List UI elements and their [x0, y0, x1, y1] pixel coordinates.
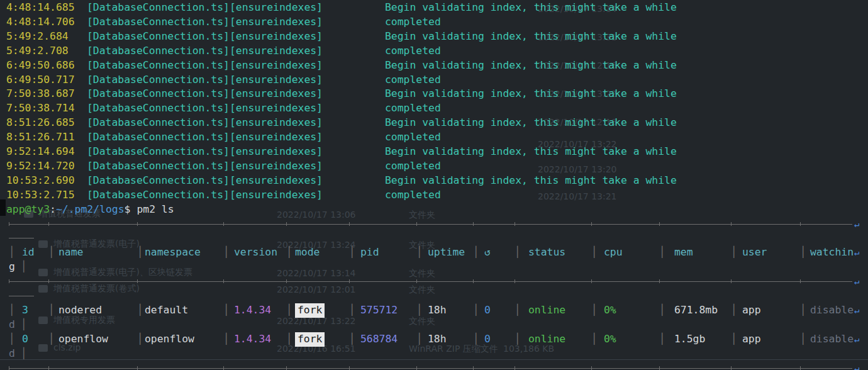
table-border-pipe: │: [48, 303, 55, 318]
table-cell-user: app: [742, 303, 761, 318]
log-timestamp: 7:50:38.714: [6, 101, 75, 116]
log-timestamp: 4:48:14.685: [6, 1, 75, 15]
table-cell-cpu: 0%: [604, 332, 616, 347]
log-timestamp: 6:49:50.686: [6, 59, 75, 73]
log-message: completed: [385, 15, 441, 30]
table-header-cpu: cpu: [604, 245, 623, 260]
table-border-pipe: │: [223, 303, 230, 318]
prompt-line: app@ty3:~/.pm2/logs$pm2 ls: [0, 203, 868, 217]
table-border-line: ↵: [0, 361, 868, 370]
table-border-pipe: │: [9, 303, 15, 318]
table-border-pipe: │: [223, 245, 230, 260]
log-line: 5:49:2.708[DatabaseConnection.ts][ensure…: [0, 44, 868, 59]
table-header-uptime: uptime: [428, 245, 465, 260]
table-cell-id: 0: [22, 332, 28, 347]
table-cell-mode: fork: [295, 332, 325, 347]
log-message: completed: [385, 73, 441, 87]
log-line: 4:48:14.706[DatabaseConnection.ts][ensur…: [0, 15, 868, 30]
table-cell-cpu: 0%: [604, 303, 616, 318]
table-border-pipe: │: [21, 318, 27, 332]
table-wrap-line: g│: [0, 260, 868, 274]
log-tag: [DatabaseConnection.ts][ensureindexes]: [87, 44, 323, 59]
table-border-pipe: │: [286, 245, 292, 260]
table-border-pipe: │: [9, 245, 15, 260]
log-line: 6:49:50.686[DatabaseConnection.ts][ensur…: [0, 59, 868, 73]
log-tag: [DatabaseConnection.ts][ensureindexes]: [87, 159, 323, 174]
table-border-pipe: │: [21, 260, 27, 274]
log-message: Begin validating index, this might take …: [385, 116, 677, 130]
log-line: 10:53:2.715[DatabaseConnection.ts][ensur…: [0, 188, 868, 203]
table-border-pipe: │: [731, 332, 737, 347]
table-border-line: ↵: [0, 274, 868, 289]
log-timestamp: 5:49:2.708: [6, 44, 69, 59]
table-border-pipe: │: [659, 303, 665, 318]
table-border-pipe: │: [349, 245, 355, 260]
table-border-pipe: │: [515, 245, 521, 260]
table-cell-restarts: 0: [484, 332, 491, 347]
terminal[interactable]: 增值税普通发票2022/10/17 13:06文件夹增值税普通发票(电子)202…: [0, 0, 868, 370]
prompt-symbol: $: [125, 203, 131, 215]
log-timestamp: 7:50:38.687: [6, 87, 75, 101]
table-border-pipe: │: [800, 332, 806, 347]
log-timestamp: 10:53:2.715: [6, 188, 75, 203]
table-cell-status: online: [528, 332, 565, 347]
table-header-mem: mem: [674, 245, 693, 260]
table-cell-uptime: 18h: [428, 303, 447, 318]
table-border-pipe: │: [591, 303, 598, 318]
prompt-command: pm2 ls: [136, 203, 174, 215]
table-wrap-char: d: [9, 318, 15, 332]
table-border-pipe: │: [800, 245, 806, 260]
table-header-status: status: [528, 245, 565, 260]
line-wrap-icon: ↵: [854, 303, 859, 318]
table-border-pipe: │: [659, 245, 665, 260]
log-line: 7:50:38.714[DatabaseConnection.ts][ensur…: [0, 101, 868, 116]
log-tag: [DatabaseConnection.ts][ensureindexes]: [87, 188, 323, 203]
log-line: 5:49:2.684[DatabaseConnection.ts][ensure…: [0, 30, 868, 44]
table-border-pipe: │: [731, 245, 737, 260]
table-border-pipe: │: [473, 332, 479, 347]
log-tag: [DatabaseConnection.ts][ensureindexes]: [87, 101, 323, 116]
table-cell-pid: 575712: [360, 303, 398, 318]
log-timestamp: 6:49:50.717: [6, 73, 75, 87]
table-header-mode: mode: [295, 245, 320, 260]
table-border-pipe: │: [48, 332, 55, 347]
table-border-pipe: │: [515, 332, 521, 347]
log-timestamp: 8:51:26.711: [6, 130, 75, 145]
log-line: 8:51:26.711[DatabaseConnection.ts][ensur…: [0, 130, 868, 145]
table-row: │││││││││││││3nodereddefault1.4.34fork57…: [0, 303, 868, 318]
log-tag: [DatabaseConnection.ts][ensureindexes]: [87, 15, 323, 30]
log-message: completed: [385, 159, 441, 174]
table-border-pipe: │: [515, 303, 521, 318]
table-cell-namespace: default: [145, 303, 188, 318]
log-timestamp: 4:48:14.706: [6, 15, 75, 30]
table-border-pipe: │: [416, 303, 423, 318]
table-wrap-char: g: [9, 260, 15, 274]
log-tag: [DatabaseConnection.ts][ensureindexes]: [87, 73, 323, 87]
log-line: 6:49:50.717[DatabaseConnection.ts][ensur…: [0, 73, 868, 87]
table-cell-mode: fork: [295, 303, 325, 318]
table-border-pipe: │: [137, 245, 143, 260]
table-border-line: [0, 231, 868, 245]
log-line: 9:52:14.694[DatabaseConnection.ts][ensur…: [0, 145, 868, 159]
line-wrap-icon: ↵: [854, 274, 859, 289]
table-header-restarts: ↺: [484, 245, 491, 260]
table-cell-version: 1.4.34: [234, 303, 271, 318]
log-timestamp: 9:52:14.694: [6, 145, 75, 159]
prompt-separator: :: [50, 203, 56, 215]
table-header-version: version: [234, 245, 277, 260]
log-message: completed: [385, 188, 441, 203]
line-wrap-icon: ↵: [854, 217, 859, 232]
table-header-id: id: [22, 245, 35, 260]
table-border-pipe: │: [591, 332, 598, 347]
log-line: 9:52:14.720[DatabaseConnection.ts][ensur…: [0, 159, 868, 174]
table-header-namespace: namespace: [145, 245, 201, 260]
line-wrap-icon: ↵: [854, 245, 859, 260]
table-cell-version: 1.4.34: [234, 332, 271, 347]
table-cell-name: nodered: [58, 303, 102, 318]
table-header-row: │││││││││││││idnamenamespaceversionmodep…: [0, 245, 868, 260]
log-tag: [DatabaseConnection.ts][ensureindexes]: [87, 87, 323, 101]
table-border-pipe: │: [48, 245, 55, 260]
table-cell-pid: 568784: [360, 332, 398, 347]
log-timestamp: 5:49:2.684: [6, 30, 69, 44]
table-header-watching: watchin: [810, 245, 854, 260]
